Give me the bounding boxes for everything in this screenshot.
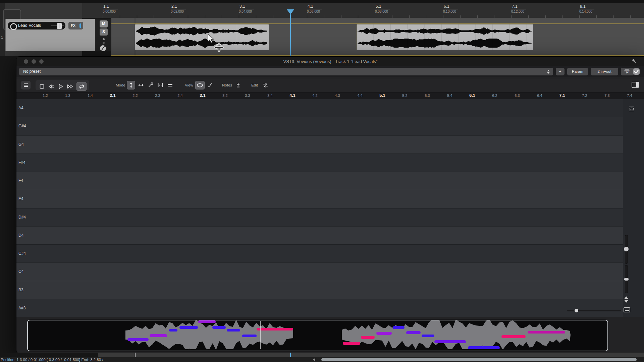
tuning-slider-handle[interactable] <box>624 247 629 251</box>
ruler-tick <box>307 15 307 18</box>
mode-vertical-button[interactable] <box>127 81 135 89</box>
mode-stretch-button[interactable] <box>156 81 164 89</box>
pitch-row-label: F#4 <box>18 160 25 165</box>
menu-button[interactable] <box>21 81 31 89</box>
ruler-tick <box>426 15 426 18</box>
ruler-tick <box>154 15 154 18</box>
wet-knob-icon[interactable] <box>624 68 630 74</box>
pin-icon[interactable] <box>632 59 637 64</box>
note-row[interactable] <box>16 299 623 317</box>
ruler-tick <box>341 15 341 18</box>
param-button[interactable]: Param <box>567 68 588 75</box>
pitch-row-label: B3 <box>18 288 23 292</box>
h-zoom-slider-handle[interactable] <box>575 309 578 312</box>
zoom-slider-handle[interactable] <box>624 278 629 281</box>
fx-button[interactable]: FX <box>68 22 83 29</box>
add-preset-button[interactable]: + <box>556 68 565 75</box>
cursor-arrow <box>207 34 215 44</box>
scroll-arrows[interactable] <box>624 295 628 304</box>
view-curve-button[interactable] <box>206 81 214 89</box>
overview-note-bar <box>150 334 167 337</box>
beat-label: 4.1 <box>289 93 295 98</box>
note-row[interactable] <box>16 99 623 117</box>
beat-label: 1.3 <box>65 94 70 98</box>
note-row[interactable] <box>16 281 623 299</box>
notes-layer-icon[interactable] <box>628 106 635 112</box>
h-scrollbar-thumb[interactable] <box>321 358 637 361</box>
overview-strip[interactable] <box>27 320 608 351</box>
ruler-bar-label: 8.10:14.000 <box>579 4 594 13</box>
audio-clip[interactable] <box>357 24 533 50</box>
ruler-tick <box>579 15 580 18</box>
beat-label: 4.2 <box>312 94 317 98</box>
volume-fader-handle[interactable] <box>57 23 62 29</box>
view-notes-button[interactable] <box>195 81 205 89</box>
keyboard-drawer-icon[interactable] <box>624 307 630 312</box>
note-row[interactable] <box>16 154 623 172</box>
mode-curve-pen-button[interactable] <box>146 81 155 89</box>
plugin-window[interactable]: VST3: Vovious (Vovious) - Track 1 "Lead … <box>16 56 644 354</box>
mode-horizontal-button[interactable] <box>137 81 145 89</box>
note-row[interactable] <box>16 190 623 208</box>
note-row[interactable] <box>16 208 623 227</box>
note-row[interactable] <box>16 117 623 135</box>
panel-toggle-icon[interactable] <box>632 82 639 88</box>
phase-button[interactable] <box>100 45 106 51</box>
bottom-strip-left <box>0 353 98 357</box>
edit-cursor[interactable] <box>135 18 135 56</box>
stop-button[interactable] <box>38 82 46 91</box>
plugin-toolbar: Mode View Notes <box>16 79 644 93</box>
beat-label: 6.3 <box>515 94 520 98</box>
solo-button[interactable]: S <box>100 28 108 36</box>
lane-top-marker <box>111 23 644 24</box>
note-row[interactable] <box>16 244 623 263</box>
track-name-pill[interactable]: Lead Vocals <box>8 22 65 29</box>
beat-label: 3.2 <box>222 94 227 98</box>
ruler-tick <box>443 15 443 18</box>
preset-dropdown[interactable]: No preset <box>19 68 553 75</box>
ruler-tick <box>477 15 478 18</box>
pitch-row-label: D#4 <box>18 215 26 220</box>
note-row[interactable] <box>16 226 623 245</box>
record-arm-icon[interactable] <box>10 23 17 30</box>
overview-note-bar <box>376 332 392 335</box>
pitch-grid[interactable]: Lead Vocals A4G#4G4F#4F4E4D#4D4C#4C4B3A#… <box>16 99 644 317</box>
edit-swap-button[interactable] <box>261 81 270 89</box>
loop-button[interactable] <box>76 82 87 91</box>
overview-note-bar <box>212 326 226 329</box>
note-row[interactable] <box>16 262 623 281</box>
edit-cursor-bottom <box>135 353 136 357</box>
ruler-tick <box>103 15 103 18</box>
beat-label: 1.4 <box>88 94 93 98</box>
track-header[interactable]: Lead Vocals FX <box>5 19 95 51</box>
plugin-titlebar[interactable]: VST3: Vovious (Vovious) - Track 1 "Lead … <box>16 57 644 66</box>
notes-add-remove-button[interactable] <box>234 81 242 89</box>
playhead-marker[interactable] <box>287 9 294 14</box>
overview-note-bar <box>198 320 216 323</box>
daw-timeline-ruler[interactable]: 1.10:00.0002.10:02.0003.10:04.0004.10:06… <box>82 3 644 18</box>
note-row[interactable] <box>16 135 623 154</box>
ruler-tick <box>545 15 546 18</box>
mute-button[interactable]: M <box>100 20 108 27</box>
fast-forward-button[interactable] <box>66 82 74 91</box>
ruler-bar-label: 5.10:08.000 <box>375 4 390 13</box>
overview-note-bar <box>257 328 293 330</box>
transport-group <box>36 80 89 90</box>
mode-flatten-button[interactable] <box>166 81 174 89</box>
rewind-button[interactable] <box>47 82 55 91</box>
bypass-checkbox[interactable] <box>633 68 640 75</box>
ruler-tick <box>375 15 375 18</box>
audio-clip[interactable] <box>135 24 269 50</box>
beat-label: 7.1 <box>559 93 565 98</box>
ruler-tick <box>392 15 392 18</box>
h-zoom-slider-track[interactable] <box>567 310 621 311</box>
ruler-bar-label: 7.10:12.000 <box>511 4 526 13</box>
status-position-text: Position: 1.3.00 / 0:01.000 [-0.3.00 / -… <box>1 358 103 362</box>
beat-ruler[interactable]: 1.21.31.42.12.22.32.43.13.23.33.44.14.24… <box>16 93 644 99</box>
overview-note-bar <box>393 326 405 329</box>
scroll-left-icon[interactable] <box>313 358 315 361</box>
io-button[interactable]: 2 in+out <box>591 68 618 75</box>
mode-label: Mode <box>116 83 125 87</box>
play-button[interactable] <box>56 82 65 91</box>
note-row[interactable] <box>16 172 623 190</box>
